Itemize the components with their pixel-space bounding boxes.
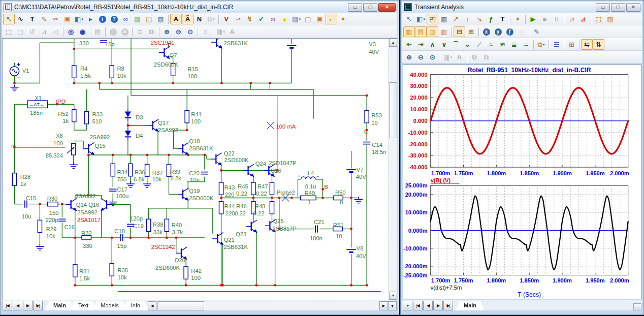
notes-button[interactable]: ▤ xyxy=(92,26,104,37)
font-options-button[interactable]: A xyxy=(227,26,238,37)
warning-display-button[interactable]: ▲ xyxy=(279,14,291,24)
pan-y-button[interactable]: ⇅ xyxy=(593,39,604,50)
send-to-back-button[interactable]: ⧉ xyxy=(146,26,157,37)
inflection-button[interactable]: ≈ xyxy=(485,39,497,50)
find-button[interactable]: ◎ xyxy=(65,26,77,37)
zoom-in-button[interactable]: ⊕ xyxy=(403,52,415,62)
text-mode-button[interactable]: T xyxy=(497,14,508,24)
plot-area[interactable]: 40.00030.00020.00010.0000.000-10.000-20.… xyxy=(403,65,641,299)
power-display-button[interactable]: ↯ xyxy=(244,14,255,24)
zoom-100-button[interactable]: ⊙ xyxy=(184,26,196,37)
plot-select-drop-icon[interactable]: ▾ xyxy=(403,301,412,310)
cursor-right-button[interactable]: ⇥ xyxy=(415,39,427,50)
prev-page-button[interactable]: ◀ xyxy=(13,301,22,310)
vscroll-track[interactable] xyxy=(389,47,397,292)
panel-stack-2-button[interactable]: ▤ xyxy=(415,26,427,37)
waveform-list-button[interactable]: ☰ xyxy=(551,39,562,50)
formula-tag-button[interactable]: ƒ xyxy=(485,14,497,24)
next-page-button[interactable]: ▶ xyxy=(433,301,443,310)
accumulate-plots-button[interactable]: ⊿ xyxy=(566,14,577,24)
file-list-button[interactable]: ▤ xyxy=(143,14,155,24)
last-page-button[interactable]: ▶| xyxy=(33,301,43,310)
shape-picker-dropdown-icon[interactable]: ▾ xyxy=(81,17,83,21)
panel-stack-3-button[interactable]: ▥ xyxy=(427,26,438,37)
trace-legend[interactable]: v(dist)+7.5m xyxy=(431,285,462,291)
wire-mode-button[interactable]: ✎ xyxy=(38,14,50,24)
clipboard-button[interactable]: ⧉▾ xyxy=(535,39,547,50)
numeric-output-button[interactable]: ⊞ xyxy=(566,39,577,50)
grid-options-button[interactable]: ▦▾ xyxy=(215,26,227,37)
search-button[interactable]: ◌ xyxy=(516,26,527,37)
component-mode-button[interactable]: ∿ xyxy=(15,14,26,24)
maximize-button[interactable]: ▢ xyxy=(363,3,377,12)
first-page-button[interactable]: |◀ xyxy=(413,301,423,310)
scroll-left-icon[interactable]: ◀ xyxy=(148,301,156,310)
zoom-100-button[interactable]: ⊙ xyxy=(427,52,438,62)
find-next-button[interactable]: ◉ xyxy=(77,26,88,37)
scale-mode-button[interactable]: ◰ xyxy=(427,14,438,24)
panel-stack-4-button[interactable]: ▥ xyxy=(438,26,450,37)
trace-legend[interactable]: v(B) (V) xyxy=(431,177,451,183)
tab-info[interactable]: Info xyxy=(123,301,148,310)
rotate-button[interactable]: ↺ xyxy=(26,26,38,37)
diagonal-wire-mode-button[interactable]: ✏ xyxy=(50,14,61,24)
properties-button[interactable]: ✦ xyxy=(337,14,349,24)
vscroll-thumb[interactable] xyxy=(389,82,397,138)
point-tag-button[interactable]: ↗ xyxy=(450,14,462,24)
copy-picture-dropdown-icon[interactable]: ▾ xyxy=(213,17,215,21)
edit-waveform-button[interactable]: ✎ xyxy=(531,26,542,37)
shape-picker-button[interactable]: ◧▾ xyxy=(73,14,85,24)
zoom-out-button[interactable]: ⊖ xyxy=(173,26,184,37)
design-links-button[interactable]: ∞ xyxy=(120,14,132,24)
flag-mode-button[interactable]: ▸ xyxy=(85,14,96,24)
graphics-picker-button[interactable]: ◧▾ xyxy=(415,14,427,24)
copy-to-back-button[interactable]: ⧉ xyxy=(480,52,492,62)
resize-grip[interactable] xyxy=(633,303,641,310)
schematic-vscrollbar[interactable]: ▲ ▼ xyxy=(389,39,397,300)
region-box-button[interactable]: ▢ xyxy=(15,26,26,37)
attribute-display-button[interactable]: A xyxy=(170,14,182,24)
select-region-button[interactable]: ⬚ xyxy=(3,26,15,37)
add-page-button[interactable]: ▢ xyxy=(302,14,314,24)
overlay-plots-button[interactable]: ⊿ xyxy=(577,14,589,24)
fx-scale-button[interactable]: ƒ xyxy=(504,26,516,37)
remove-page-button[interactable]: ▣ xyxy=(314,14,326,24)
tab-text[interactable]: Text xyxy=(70,301,96,310)
next-page-button[interactable]: ▶ xyxy=(23,301,33,310)
global-high-button[interactable]: ≋ xyxy=(497,39,508,50)
model-check-button[interactable]: ▦ xyxy=(132,14,143,24)
help-mode-button[interactable]: ? xyxy=(108,14,120,24)
crosshair-cursor-button[interactable]: ⊞ xyxy=(465,26,477,37)
schematic-canvas[interactable]: +−33015p2SC19412SB631KQ72SD600KR15100V34… xyxy=(3,39,389,300)
transient-titlebar[interactable]: Transient Analysis ▭ ▢ ✕ xyxy=(402,2,642,13)
copy-picture-button[interactable]: ⧉▾ xyxy=(205,14,217,24)
close-button[interactable]: ✕ xyxy=(378,3,396,12)
pin-number-display-button[interactable]: N xyxy=(194,14,205,24)
run-button[interactable]: ▶ xyxy=(527,14,539,24)
bring-to-front-button[interactable]: ⧉ xyxy=(134,26,146,37)
scroll-up-icon[interactable]: ▲ xyxy=(389,39,397,47)
grid-display-button[interactable]: ▦▾ xyxy=(291,14,302,24)
close-button[interactable]: ✕ xyxy=(626,3,640,12)
condition-display-button[interactable]: ✓ xyxy=(255,14,267,24)
minimize-button[interactable]: ▭ xyxy=(596,3,610,12)
grid-display-dropdown-icon[interactable]: ▾ xyxy=(299,17,301,21)
flip-horizontal-button[interactable]: ◁ xyxy=(50,26,61,37)
node-snap-mode-button[interactable]: ⌐ xyxy=(326,14,337,24)
envelope-top-button[interactable]: ≣ xyxy=(508,39,520,50)
zoom-out-button[interactable]: ⊖ xyxy=(415,52,427,62)
stop-button[interactable]: ■ xyxy=(539,14,551,24)
graphics-box-button[interactable]: ▣ xyxy=(61,14,73,24)
stop-step-button[interactable]: ✕ xyxy=(119,26,131,37)
page-view-button[interactable]: ⧈ xyxy=(200,26,211,37)
grid-options-dropdown-icon[interactable]: ▾ xyxy=(223,30,225,34)
graphics-picker-dropdown-icon[interactable]: ▾ xyxy=(423,17,425,21)
tab-main[interactable]: Main xyxy=(45,301,74,310)
copy-to-front-button[interactable]: ⧉ xyxy=(469,52,480,62)
hscroll-thumb[interactable] xyxy=(157,301,204,310)
flip-vertical-button[interactable]: ⊿ xyxy=(38,26,50,37)
panel-stack-1-button[interactable]: ▥ xyxy=(403,26,415,37)
hscroll-track[interactable] xyxy=(156,301,379,310)
zoom-in-button[interactable]: ⊕ xyxy=(161,26,173,37)
prev-page-button[interactable]: ◀ xyxy=(423,301,433,310)
